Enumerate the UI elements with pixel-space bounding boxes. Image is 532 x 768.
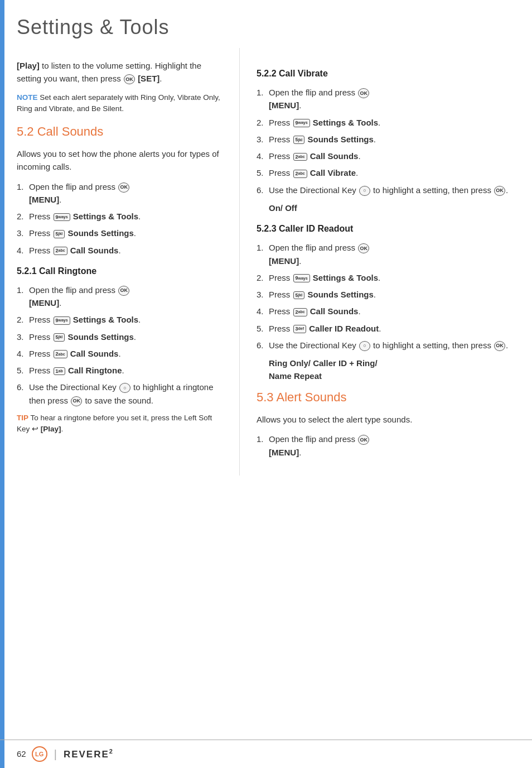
step-label: Call Sounds [310, 151, 359, 161]
tip-block: TIP To hear a ringtone before you set it… [17, 412, 223, 435]
list-item: 3. Press 5jkl Sounds Settings. [17, 330, 223, 343]
step-content: Use the Directional Key ○ to highlight a… [269, 184, 515, 196]
key-9ways-icon: 9ways [54, 213, 70, 222]
menu-label: [MENU] [269, 100, 299, 110]
note-block: NOTE Set each alert separately with Ring… [17, 92, 223, 115]
ok-icon: OK [494, 186, 505, 196]
list-item: 3. Press 5jkl Sounds Settings. [257, 133, 515, 146]
step-content: Press 5jkl Sounds Settings. [29, 330, 223, 343]
ok-icon: OK [71, 396, 82, 406]
step-num: 1. [17, 180, 29, 193]
left-column: [Play] to listen to the volume setting. … [0, 48, 240, 476]
step-content: Press 2abc Call Sounds. [269, 150, 515, 162]
step-label: Call Ringtone [68, 366, 122, 375]
step-content: Open the flip and press OK [MENU]. [269, 433, 515, 459]
step-num: 1. [257, 86, 269, 99]
step-num: 5. [17, 364, 29, 377]
key-9ways-icon: 9ways [54, 316, 70, 325]
list-item: 1. Open the flip and press OK [MENU]. [257, 241, 515, 267]
ok-icon: OK [358, 435, 369, 445]
option-label: On/ Off [269, 203, 297, 213]
step-content: Press 3def Caller ID Readout. [269, 322, 515, 335]
list-item: 1. Open the flip and press OK [MENU]. [257, 86, 515, 112]
dir-key-icon: ○ [359, 341, 370, 351]
step-num: 1. [17, 284, 29, 296]
lg-logo-icon: LG [32, 746, 47, 762]
list-item: 3. Press 5jkl Sounds Settings. [17, 227, 223, 239]
list-item: 6. Use the Directional Key ○ to highligh… [257, 184, 515, 196]
list-item: 2. Press 9ways Settings & Tools. [257, 116, 515, 129]
list-item: 1. Open the flip and press OK [MENU]. [17, 284, 223, 310]
step-content: Press 5jkl Sounds Settings. [269, 288, 515, 301]
list-item: 1. Open the flip and press OK [MENU]. [17, 180, 223, 207]
section-522-option: On/ Off [257, 202, 515, 215]
step-num: 1. [257, 433, 269, 445]
page-wrapper: Settings & Tools [Play] to listen to the… [0, 0, 532, 768]
key-5jkl-icon: 5jkl [54, 333, 65, 342]
left-border-accent [0, 0, 4, 768]
section-52-title: 5.2 Call Sounds [17, 122, 223, 141]
revere-sup: 2 [109, 748, 114, 755]
step-num: 4. [257, 305, 269, 318]
step-content: Press 9ways Settings & Tools. [29, 313, 223, 326]
section-53-title: 5.3 Alert Sounds [257, 388, 515, 406]
page-title: Settings & Tools [17, 12, 515, 42]
ok-icon-intro: OK [124, 74, 135, 84]
step-content: Press 1ab Call Ringtone. [29, 364, 223, 377]
step-content: Open the flip and press OK [MENU]. [29, 180, 223, 207]
note-label: NOTE [17, 93, 38, 102]
list-item: 4. Press 2abc Call Sounds. [257, 305, 515, 318]
list-item: 1. Open the flip and press OK [MENU]. [257, 433, 515, 459]
list-item: 4. Press 2abc Call Sounds. [257, 150, 515, 162]
key-5jkl-icon: 5jkl [293, 136, 305, 144]
step-num: 4. [17, 347, 29, 360]
ok-icon: OK [494, 341, 505, 351]
key-5jkl-icon: 5jkl [293, 291, 305, 300]
step-num: 2. [17, 210, 29, 223]
step-content: Press 9ways Settings & Tools. [29, 210, 223, 223]
key-3def-icon: 3def [293, 325, 307, 333]
section-523-title: 5.2.3 Caller ID Readout [257, 222, 515, 236]
tip-label: TIP [17, 414, 28, 422]
step-label: Settings & Tools [313, 118, 378, 127]
step-num: 6. [17, 381, 29, 393]
step-label: Caller ID Readout [309, 324, 379, 333]
section-521-title: 5.2.1 Call Ringtone [17, 265, 223, 278]
list-item: 4. Press 2abc Call Sounds. [17, 244, 223, 257]
page-footer: 62 LG | REVERE2 [0, 740, 532, 768]
revere-brand: REVERE2 [64, 747, 114, 761]
right-column: 5.2.2 Call Vibrate 1. Open the flip and … [240, 48, 532, 476]
key-2abc-icon: 2abc [54, 350, 67, 358]
step-num: 4. [17, 244, 29, 257]
step-num: 2. [17, 313, 29, 326]
section-53-body: Allows you to select the alert type soun… [257, 413, 515, 426]
step-num: 5. [257, 166, 269, 179]
section-52-list: 1. Open the flip and press OK [MENU]. 2.… [17, 180, 223, 257]
main-content: [Play] to listen to the volume setting. … [0, 48, 532, 476]
section-522-title: 5.2.2 Call Vibrate [257, 67, 515, 80]
step-content: Press 2abc Call Sounds. [29, 347, 223, 360]
step-num: 3. [17, 330, 29, 343]
ok-icon: OK [358, 88, 369, 98]
key-2abc-icon: 2abc [293, 153, 307, 161]
key-5jkl-icon: 5jkl [54, 230, 65, 238]
footer-logo-area: LG | REVERE2 [32, 746, 114, 762]
step-num: 3. [257, 133, 269, 146]
step-label: Sounds Settings [308, 135, 374, 144]
list-item: 5. Press 1ab Call Ringtone. [17, 364, 223, 377]
dir-key-icon: ○ [119, 383, 130, 393]
step-num: 5. [257, 322, 269, 335]
step-num: 4. [257, 150, 269, 162]
list-item: 2. Press 9ways Settings & Tools. [17, 210, 223, 223]
list-item: 6. Use the Directional Key ○ to highligh… [257, 339, 515, 352]
separator: | [54, 746, 57, 762]
step-content: Open the flip and press OK [MENU]. [269, 241, 515, 267]
step-label: Settings & Tools [313, 273, 378, 282]
menu-label: [MENU] [269, 256, 299, 266]
step-content: Press 5jkl Sounds Settings. [269, 133, 515, 146]
menu-label: [MENU] [29, 195, 59, 204]
step-label: Sounds Settings [308, 290, 374, 299]
step-num: 6. [257, 339, 269, 352]
step-content: Use the Directional Key ○ to highlight a… [269, 339, 515, 352]
step-content: Press 2abc Call Vibrate. [269, 166, 515, 179]
